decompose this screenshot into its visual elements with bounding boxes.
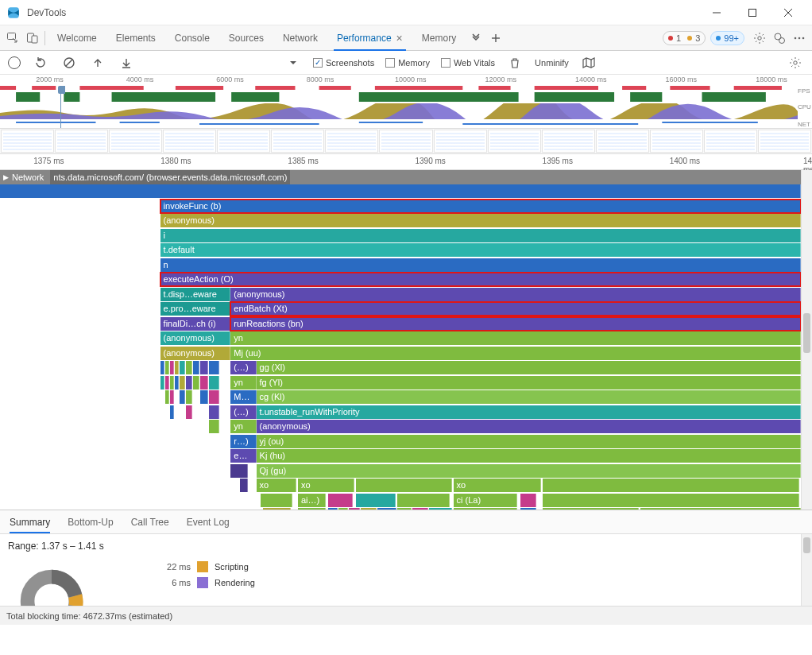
flame-scrollbar[interactable] — [801, 170, 812, 510]
flame-bar[interactable]: M… — [230, 390, 256, 404]
gc-button[interactable] — [506, 54, 524, 72]
flame-bar[interactable]: invokeFunc (b) — [160, 200, 801, 213]
clear-button[interactable] — [60, 54, 78, 72]
close-tab-icon[interactable]: × — [396, 32, 403, 45]
flame-bar[interactable]: xo — [257, 479, 296, 492]
map-icon[interactable] — [580, 54, 597, 72]
flame-bar[interactable] — [160, 361, 164, 374]
minimize-button[interactable] — [698, 0, 734, 25]
flame-bar[interactable]: Kj (hu) — [257, 449, 801, 463]
flame-bar[interactable]: yn — [230, 420, 256, 433]
flame-bar[interactable] — [0, 184, 801, 198]
tab-network[interactable]: Network — [273, 25, 327, 51]
flame-bar[interactable]: n — [160, 258, 801, 272]
flame-bar[interactable]: fg (Yl) — [257, 376, 801, 390]
error-counters[interactable]: 13 99+ — [663, 31, 744, 45]
inspect-icon[interactable] — [3, 29, 22, 48]
tab-console[interactable]: Console — [165, 25, 219, 51]
save-profile-button[interactable] — [118, 54, 135, 72]
scrollbar-thumb[interactable] — [803, 537, 810, 553]
flame-bar[interactable]: (anonymous) — [230, 288, 801, 301]
flame-bar[interactable]: (anonymous) — [257, 420, 801, 433]
unminify-label[interactable]: Unminify — [535, 58, 569, 68]
history-dropdown[interactable] — [284, 54, 302, 72]
flame-bar[interactable] — [543, 508, 639, 510]
flame-bar[interactable] — [397, 508, 412, 510]
flame-bar[interactable] — [193, 376, 199, 390]
capture-settings-icon[interactable] — [787, 54, 804, 72]
flame-bar[interactable]: yn — [230, 376, 256, 390]
record-button[interactable] — [8, 56, 21, 69]
flame-bar[interactable] — [261, 494, 292, 507]
flame-bar[interactable] — [200, 390, 208, 404]
flame-bar[interactable]: Mj (uu) — [230, 347, 801, 360]
flame-bar[interactable] — [160, 376, 164, 390]
flame-bar[interactable] — [520, 494, 536, 507]
flame-bar[interactable] — [165, 376, 169, 390]
flame-bar[interactable]: e.pro…eware — [160, 302, 231, 316]
details-tab-event-log[interactable]: Event Log — [187, 510, 230, 533]
flame-bar[interactable] — [328, 494, 352, 507]
flame-bar[interactable]: finalDi…ch (i) — [160, 317, 231, 331]
device-toggle-icon[interactable] — [23, 29, 42, 48]
feedback-icon[interactable] — [770, 29, 789, 48]
tab-elements[interactable]: Elements — [106, 25, 165, 51]
flame-bar[interactable]: (…) — [230, 361, 256, 374]
settings-icon[interactable] — [750, 29, 769, 48]
flame-bar[interactable] — [328, 508, 338, 510]
flamegraph[interactable]: ▶ Network nts.data.microsoft.com/ (brows… — [0, 170, 812, 510]
tab-welcome[interactable]: Welcome — [48, 25, 106, 51]
flame-bar[interactable]: yj (ou) — [257, 435, 801, 448]
details-tab-bottom-up[interactable]: Bottom-Up — [68, 510, 113, 533]
flame-bar[interactable]: e… — [230, 449, 256, 463]
maximize-button[interactable] — [734, 0, 770, 25]
flame-bar[interactable] — [338, 508, 348, 510]
flame-bar[interactable] — [209, 405, 219, 419]
flame-bar[interactable]: xo — [298, 479, 354, 492]
flame-bar[interactable]: r…) — [230, 435, 256, 448]
new-tab-button[interactable] — [486, 33, 505, 43]
flame-bar[interactable] — [170, 361, 174, 374]
flame-bar[interactable] — [240, 479, 248, 492]
flame-bar[interactable] — [186, 405, 192, 419]
flame-bar[interactable] — [397, 494, 450, 507]
flame-bar[interactable] — [165, 390, 169, 404]
flame-bar[interactable] — [175, 361, 179, 374]
flame-bar[interactable]: executeAction (O) — [160, 273, 801, 286]
flame-bar[interactable] — [209, 361, 219, 374]
flame-bar[interactable]: endBatch (Xt) — [230, 302, 801, 316]
flame-bar[interactable]: ci (La) — [454, 494, 518, 507]
close-button[interactable] — [770, 0, 806, 25]
scrollbar-thumb[interactable] — [803, 313, 810, 353]
flame-bar[interactable]: ai…) — [298, 494, 326, 507]
flame-bar[interactable] — [180, 361, 185, 374]
overview-selection-handle[interactable] — [60, 86, 61, 128]
flame-bar[interactable]: t.default — [160, 243, 801, 257]
reload-record-button[interactable] — [32, 54, 49, 72]
details-tab-summary[interactable]: Summary — [10, 510, 50, 533]
flame-bar[interactable] — [209, 420, 219, 433]
flame-bar[interactable] — [186, 361, 192, 374]
flame-bar[interactable] — [170, 390, 174, 404]
summary-scrollbar[interactable] — [801, 534, 812, 606]
flame-bar[interactable] — [165, 361, 169, 374]
flame-bar[interactable] — [543, 494, 799, 507]
flame-bar[interactable] — [170, 405, 174, 419]
flame-bar[interactable]: t.disp…eware — [160, 288, 231, 301]
flame-bar[interactable] — [356, 479, 452, 492]
flame-bar[interactable]: Qj (gu) — [257, 464, 801, 478]
flame-bar[interactable]: xo — [454, 479, 542, 492]
flame-bar[interactable] — [180, 390, 185, 404]
flame-bar[interactable] — [356, 494, 396, 507]
flame-bar[interactable]: (anonymous) — [160, 347, 231, 360]
flame-bar[interactable]: i — [160, 229, 801, 242]
flame-bar[interactable] — [200, 376, 208, 390]
flame-bar[interactable]: (anonymous) — [160, 214, 801, 227]
details-tab-call-tree[interactable]: Call Tree — [131, 510, 169, 533]
flame-bar[interactable] — [361, 508, 377, 510]
screenshots-checkbox[interactable]: Screenshots — [313, 58, 374, 68]
tab-performance[interactable]: Performance× — [327, 25, 412, 51]
flame-bar[interactable]: (anonymous) — [160, 331, 231, 345]
flame-bar[interactable] — [520, 508, 536, 510]
screenshot-filmstrip[interactable] — [0, 129, 812, 154]
